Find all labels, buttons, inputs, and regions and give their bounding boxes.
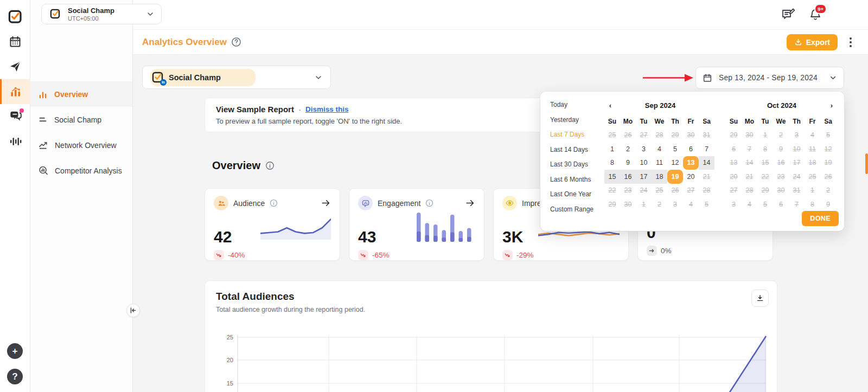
preset-last-7-days[interactable]: Last 7 Days	[550, 131, 599, 138]
trend-value: -29%	[516, 251, 534, 259]
account-selector[interactable]: Social Champ UTC+05:00	[41, 4, 162, 24]
card-body: 42	[214, 215, 331, 245]
weekday-label: Sa	[699, 114, 714, 128]
calendar-day: 28	[699, 184, 714, 198]
calendar-day[interactable]: 18	[652, 170, 667, 184]
send-icon[interactable]	[0, 54, 30, 79]
preset-last-6-months[interactable]: Last 6 Months	[550, 176, 599, 183]
calendar-day[interactable]: 9	[620, 156, 636, 170]
calendar-day[interactable]: 2	[620, 142, 636, 156]
trend-value: 0%	[661, 247, 672, 255]
calendar-day: 31	[699, 128, 714, 143]
done-button[interactable]: DONE	[802, 211, 839, 226]
calendar-day: 3	[667, 197, 683, 211]
preset-last-14-days[interactable]: Last 14 Days	[550, 146, 599, 153]
card-sparkline	[414, 211, 475, 245]
arrow-right-icon[interactable]	[465, 198, 475, 208]
info-icon[interactable]	[270, 199, 278, 207]
calendar-small-icon	[703, 73, 712, 83]
calendar-day: 3	[726, 197, 742, 211]
chart-download-button[interactable]	[751, 290, 769, 307]
calendar-day[interactable]: 1	[604, 142, 620, 156]
logo-icon[interactable]	[0, 4, 30, 29]
preset-today[interactable]: Today	[550, 101, 599, 108]
calendar-icon[interactable]	[0, 29, 30, 54]
total-audiences-subtitle: Total audience growth during the reporti…	[216, 306, 766, 313]
calendar-day[interactable]: 10	[636, 156, 652, 170]
main-area: 9+ Analytics Overview Export	[133, 0, 868, 392]
month-header: ‹Sep 2024	[604, 99, 716, 111]
date-range-picker[interactable]: Sep 13, 2024 - Sep 19, 2024	[695, 67, 844, 89]
card-header: Audience	[214, 196, 331, 210]
calendar-day[interactable]: 14	[699, 156, 714, 170]
weekday-label: Su	[726, 114, 742, 128]
calendar-day[interactable]: 19	[667, 170, 683, 184]
preset-custom-range[interactable]: Custom Range	[550, 205, 599, 213]
sidebar-item-competitor-analysis[interactable]: Competitor Analysis	[30, 158, 132, 183]
calendar-day[interactable]: 5	[667, 142, 683, 156]
calendar-day[interactable]: 17	[636, 170, 652, 184]
dismiss-link[interactable]: Dismiss this	[305, 105, 349, 113]
calendar-day[interactable]: 12	[667, 156, 683, 170]
calendar-day[interactable]: 20	[683, 170, 699, 184]
card-title: Engagement	[378, 199, 420, 208]
calendar-day: 28	[742, 184, 757, 198]
calendar-day[interactable]: 7	[699, 142, 714, 156]
arrow-right-icon[interactable]	[321, 198, 331, 208]
compose-icon[interactable]	[781, 8, 795, 21]
calendar-months: ‹Sep 2024SuMoTuWeThFrSa25262728293031123…	[604, 99, 838, 224]
prev-month-icon[interactable]: ‹	[604, 101, 616, 110]
calendar-day: 13	[726, 156, 742, 170]
calendar-day: 2	[820, 184, 836, 198]
card-value: 43	[358, 229, 376, 245]
calendar-day: 16	[773, 156, 789, 170]
messages-icon[interactable]	[0, 104, 30, 129]
card-sparkline	[260, 215, 331, 245]
help-icon[interactable]: ?	[7, 369, 23, 384]
banner-separator: ·	[298, 105, 301, 114]
metric-card-audience[interactable]: Audience42-40%	[205, 188, 340, 261]
export-button[interactable]: Export	[787, 34, 838, 50]
help-circle-icon[interactable]	[231, 37, 241, 47]
calendar-day[interactable]: 4	[652, 142, 667, 156]
weekday-label: Sa	[820, 114, 836, 128]
metric-card-engagement[interactable]: Engagement43-65%	[349, 188, 484, 261]
more-options-button[interactable]	[847, 35, 854, 49]
calendar-day[interactable]: 3	[636, 142, 652, 156]
preset-yesterday[interactable]: Yesterday	[550, 116, 599, 124]
page-header: Analytics Overview Export	[133, 30, 868, 55]
plus-icon[interactable]: +	[7, 343, 23, 359]
bell-icon[interactable]: 9+	[809, 8, 821, 21]
calendar-day[interactable]: 6	[683, 142, 699, 156]
info-icon[interactable]	[425, 199, 433, 207]
preset-last-30-days[interactable]: Last 30 Days	[550, 160, 599, 168]
weekday-label: Tu	[757, 114, 773, 128]
calendar-day: 5	[757, 197, 773, 211]
chevron-down-icon	[146, 10, 155, 18]
calendar-day[interactable]: 16	[620, 170, 636, 184]
waveform-icon[interactable]	[0, 129, 30, 154]
info-icon[interactable]	[265, 161, 275, 170]
calendar-day[interactable]: 11	[652, 156, 667, 170]
calendar-day: 1	[757, 128, 773, 143]
weekday-label: Fr	[805, 114, 820, 128]
scrollbar-thumb[interactable]	[865, 153, 868, 174]
calendar-day: 30	[742, 128, 757, 143]
calendar-day[interactable]: 13	[683, 156, 699, 170]
calendar-day[interactable]: 15	[604, 170, 620, 184]
sidebar-item-label: Social Champ	[54, 115, 101, 124]
calendar-day: 12	[820, 142, 836, 156]
next-month-icon[interactable]: ›	[826, 101, 838, 110]
rail-items	[0, 4, 30, 154]
calendar-day: 30	[620, 197, 636, 211]
profile-select[interactable]: in Social Champ	[142, 66, 331, 89]
sidebar-item-overview[interactable]: Overview	[30, 81, 132, 107]
sidebar-item-network-overview[interactable]: Network Overview	[30, 132, 132, 158]
calendar-day[interactable]: 8	[604, 156, 620, 170]
sidebar-item-social-champ[interactable]: Social Champ	[30, 107, 132, 132]
calendar-day: 2	[652, 197, 667, 211]
analytics-icon[interactable]	[0, 79, 30, 104]
preset-last-one-year[interactable]: Last One Year	[550, 190, 599, 198]
total-audiences-title: Total Audiences	[216, 291, 766, 303]
sidebar-collapse-button[interactable]	[126, 304, 140, 317]
